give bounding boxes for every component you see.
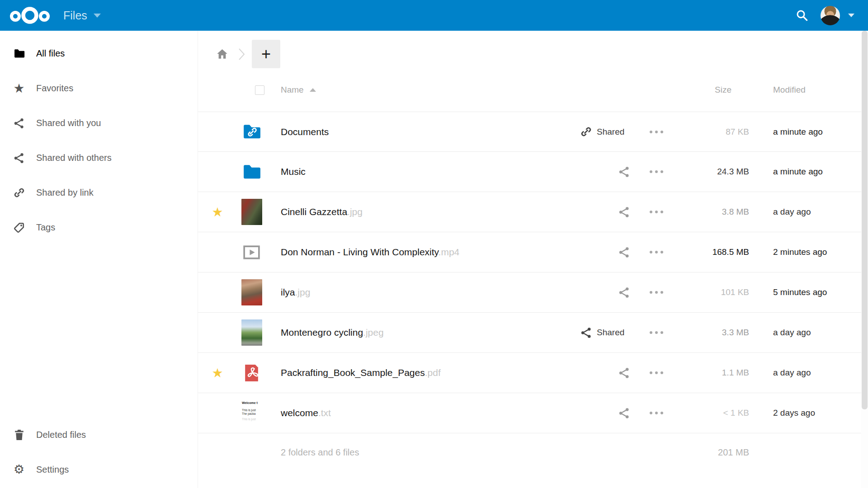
file-modified: a day ago [749,368,868,378]
file-modified: 2 minutes ago [749,247,868,257]
file-size: 168.5 MB [670,247,749,257]
file-modified: a minute ago [749,127,868,137]
search-icon [795,9,809,22]
sidebar-item-label: Settings [36,465,69,475]
file-name[interactable]: welcome.txt [281,408,573,418]
image-cyclist-icon[interactable] [237,199,281,225]
file-basename: Documents [281,127,329,137]
share-icon [12,117,26,129]
app-switcher[interactable]: Files [63,9,101,22]
file-name[interactable]: Cinelli Gazzetta.jpg [281,206,573,217]
share-action[interactable] [573,206,643,218]
user-menu-chevron-icon[interactable] [848,14,854,17]
more-actions-button[interactable] [643,290,670,295]
sort-ascending-icon [310,88,316,92]
favorite-star-icon[interactable]: ★ [198,205,237,220]
select-all-checkbox[interactable] [255,85,264,95]
file-name[interactable]: Packrafting_Book_Sample_Pages.pdf [281,367,573,378]
sidebar-item-label: Shared with others [36,153,112,163]
file-modified: a minute ago [749,167,868,177]
folder-icon[interactable] [237,162,281,182]
file-thumbnail [241,319,262,346]
share-action[interactable] [573,166,643,178]
file-basename: Don Norman - Living With Complexity [281,247,439,257]
sidebar-item-deleted-files[interactable]: Deleted files [0,418,198,452]
more-actions-button[interactable] [643,411,670,415]
file-row[interactable]: DocumentsShared87 KBa minute ago [198,112,868,152]
more-actions-button[interactable] [643,250,670,254]
more-actions-button[interactable] [643,210,670,214]
scrollbar-track[interactable] [861,31,868,488]
file-basename: Packrafting_Book_Sample_Pages [281,367,425,378]
sidebar-item-label: Shared with you [36,118,101,128]
share-icon [580,327,592,339]
sort-by-name-header[interactable]: Name [281,85,670,95]
file-row[interactable]: ilya.jpg101 KB5 minutes ago [198,272,868,313]
breadcrumb-home-button[interactable] [212,48,232,60]
more-actions-button[interactable] [643,130,670,134]
file-extension: .mp4 [439,247,460,257]
sidebar: All files★FavoritesShared with youShared… [0,31,198,488]
scrollbar-thumb[interactable] [862,31,868,409]
file-row[interactable]: ★Packrafting_Book_Sample_Pages.pdf1.1 MB… [198,353,868,393]
summary-total-size: 201 MB [670,447,749,458]
sidebar-item-favorites[interactable]: ★Favorites [0,71,198,106]
sidebar-item-label: All files [36,48,65,59]
link-icon [12,187,26,199]
star-icon: ★ [12,82,26,95]
sort-by-size-header[interactable]: Size [670,85,749,95]
share-action[interactable] [573,246,643,258]
sidebar-item-settings[interactable]: ⚙Settings [0,452,198,487]
share-action[interactable]: Shared [573,126,643,138]
file-name[interactable]: Documents [281,127,573,137]
folder-shared-icon[interactable] [237,122,281,142]
favorite-star-icon[interactable]: ★ [198,366,237,380]
gear-icon: ⚙ [12,464,26,476]
more-actions-button[interactable] [643,330,670,335]
file-row[interactable]: Don Norman - Living With Complexity.mp41… [198,232,868,272]
sidebar-item-all-files[interactable]: All files [0,36,198,71]
video-icon[interactable] [237,242,281,263]
new-file-button[interactable]: + [252,40,280,68]
top-bar: Files [0,0,868,31]
file-extension: .pdf [425,367,441,378]
sidebar-item-shared-by-link[interactable]: Shared by link [0,175,198,210]
sidebar-item-shared-with-you[interactable]: Shared with you [0,106,198,141]
sidebar-bottom-nav: Deleted files⚙Settings [0,418,198,487]
text-icon[interactable]: Welcome tThis is justThe packaThis is ju… [237,399,281,427]
sidebar-item-tags[interactable]: Tags [0,210,198,245]
breadcrumb: + [198,40,868,68]
more-actions-button[interactable] [643,169,670,174]
file-basename: ilya [281,287,295,297]
share-action[interactable] [573,286,643,299]
file-name[interactable]: Montenegro cycling.jpeg [281,327,573,338]
image-landscape-icon[interactable] [237,319,281,346]
file-row[interactable]: ★Cinelli Gazzetta.jpg3.8 MBa day ago [198,192,868,232]
user-avatar[interactable] [821,6,840,25]
sort-by-modified-header[interactable]: Modified [749,85,868,95]
nextcloud-logo[interactable] [6,0,53,31]
share-action[interactable] [573,367,643,379]
file-modified: 2 days ago [749,408,868,418]
sidebar-item-label: Tags [36,222,55,233]
share-icon [618,166,630,178]
file-row[interactable]: Montenegro cycling.jpegShared3.3 MBa day… [198,313,868,353]
file-size: 87 KB [670,127,749,137]
sidebar-item-shared-with-others[interactable]: Shared with others [0,141,198,175]
file-row[interactable]: Music24.3 MBa minute ago [198,152,868,192]
file-name[interactable]: Music [281,166,573,177]
more-actions-button[interactable] [643,371,670,375]
share-action[interactable] [573,407,643,419]
file-modified: 5 minutes ago [749,287,868,297]
tag-icon [12,222,26,234]
share-icon [618,407,630,419]
file-name[interactable]: ilya.jpg [281,287,573,298]
share-action[interactable]: Shared [573,327,643,339]
file-row[interactable]: Welcome tThis is justThe packaThis is ju… [198,393,868,433]
file-list: DocumentsShared87 KBa minute agoMusic24.… [198,112,868,433]
file-thumbnail [241,199,262,225]
image-portrait-icon[interactable] [237,279,281,305]
pdf-icon[interactable] [237,363,281,383]
file-name[interactable]: Don Norman - Living With Complexity.mp4 [281,247,573,258]
search-button[interactable] [794,8,810,23]
